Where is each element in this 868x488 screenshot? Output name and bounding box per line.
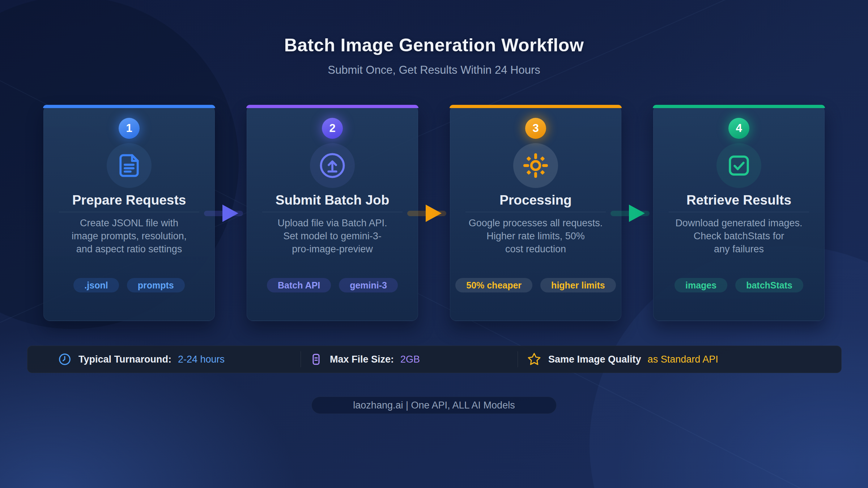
- workflow-page: Batch Image Generation Workflow Submit O…: [0, 0, 868, 488]
- step-description: Create JSONL file with image prompts, re…: [44, 217, 214, 256]
- step-tags: 50% cheaper higher limits: [450, 278, 621, 292]
- page-title: Batch Image Generation Workflow: [0, 35, 868, 56]
- step-description: Download generated images. Check batchSt…: [654, 217, 824, 256]
- card-divider: [59, 212, 199, 212]
- step-title: Prepare Requests: [44, 192, 214, 208]
- check-square-icon: [716, 143, 761, 188]
- step-tags: .jsonl prompts: [44, 278, 214, 292]
- step-tags: Batch API gemini-3: [247, 278, 418, 292]
- card-divider: [669, 212, 809, 212]
- tag-prompts: prompts: [127, 278, 185, 292]
- step-tags: images batchStats: [654, 278, 824, 292]
- info-label: Typical Turnaround:: [78, 354, 171, 365]
- arrow-right-icon: [629, 205, 645, 222]
- step-card-processing: 3 Processing Google processes all reques…: [450, 105, 621, 321]
- card-accent-bar: [246, 105, 418, 108]
- step-title: Retrieve Results: [654, 192, 824, 208]
- clock-icon: [58, 352, 72, 367]
- step-number-badge: 3: [525, 118, 546, 139]
- vertical-divider: [301, 351, 301, 367]
- upload-icon: [310, 143, 355, 188]
- document-icon: [107, 143, 152, 188]
- tag-gemini-3: gemini-3: [339, 278, 398, 292]
- step-number-badge: 2: [322, 118, 343, 139]
- flow-connector: [621, 105, 653, 320]
- card-divider: [262, 212, 402, 212]
- page-subtitle: Submit Once, Get Results Within 24 Hours: [0, 64, 868, 77]
- step-description: Google processes all requests. Higher ra…: [450, 217, 621, 256]
- vertical-divider: [518, 351, 518, 367]
- file-icon: [309, 352, 323, 367]
- info-label: Same Image Quality: [548, 354, 641, 365]
- tag-batch-api: Batch API: [267, 278, 331, 292]
- arrow-right-icon: [426, 205, 442, 222]
- card-divider: [465, 212, 605, 212]
- step-description: Upload file via Batch API. Set model to …: [247, 217, 418, 256]
- step-number-badge: 4: [728, 118, 749, 139]
- tag-50-cheaper: 50% cheaper: [455, 278, 532, 292]
- step-title: Submit Batch Job: [247, 192, 418, 208]
- info-value: as Standard API: [648, 354, 718, 365]
- card-accent-bar: [450, 105, 622, 108]
- card-accent-bar: [43, 105, 215, 108]
- star-icon: [527, 352, 542, 367]
- info-item-quality: Same Image Quality as Standard API: [527, 346, 718, 373]
- info-value: 2GB: [400, 354, 420, 365]
- arrow-right-icon: [222, 205, 238, 222]
- step-card-submit-batch-job: 2 Submit Batch Job Upload file via Batch…: [247, 105, 418, 321]
- step-card-retrieve-results: 4 Retrieve Results Download generated im…: [653, 105, 825, 321]
- step-title: Processing: [450, 192, 621, 208]
- step-number-badge: 1: [119, 118, 140, 139]
- footer-brand-pill: laozhang.ai | One API, ALL AI Models: [311, 397, 557, 414]
- tag-jsonl: .jsonl: [73, 278, 119, 292]
- sun-processing-icon: [513, 143, 558, 188]
- workflow-steps-row: 1 Prepare Requests Create JSONL file wit…: [43, 105, 825, 321]
- tag-images: images: [675, 278, 727, 292]
- tag-batchstats: batchStats: [735, 278, 803, 292]
- step-card-prepare-requests: 1 Prepare Requests Create JSONL file wit…: [43, 105, 215, 321]
- info-label: Max File Size:: [330, 354, 394, 365]
- card-accent-bar: [653, 105, 825, 108]
- info-item-file-size: Max File Size: 2GB: [309, 346, 420, 373]
- flow-connector: [215, 105, 247, 320]
- tag-higher-limits: higher limits: [540, 278, 616, 292]
- header: Batch Image Generation Workflow Submit O…: [0, 35, 868, 77]
- footer-brand-text: laozhang.ai | One API, ALL AI Models: [353, 400, 515, 411]
- info-bar: Typical Turnaround: 2-24 hours Max File …: [27, 346, 842, 373]
- info-value: 2-24 hours: [178, 354, 225, 365]
- flow-connector: [418, 105, 450, 320]
- info-item-turnaround: Typical Turnaround: 2-24 hours: [58, 346, 225, 373]
